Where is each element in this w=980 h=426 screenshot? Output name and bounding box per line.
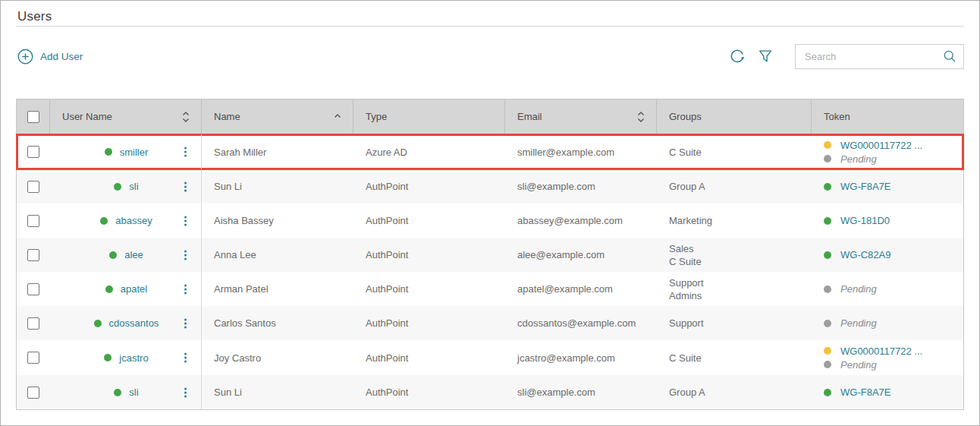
column-header-email[interactable]: Email: [505, 99, 657, 134]
table-row: alee Anna Lee AuthPoint alee@example.com…: [17, 238, 963, 272]
token-status-icon: [824, 286, 831, 293]
token-link[interactable]: WG0000117722 ...: [840, 345, 922, 358]
filter-icon[interactable]: [757, 48, 774, 65]
groups-cell: C Suite: [657, 134, 812, 169]
table-body: smiller Sarah Miller Azure AD smiller@ex…: [17, 134, 963, 409]
groups-cell: Group A: [657, 169, 812, 204]
group-label: C Suite: [669, 255, 801, 268]
row-checkbox-cell: [17, 238, 50, 272]
group-label: Support: [669, 317, 801, 330]
row-checkbox[interactable]: [27, 215, 39, 227]
search-icon[interactable]: [942, 49, 957, 64]
add-user-label: Add User: [40, 51, 83, 62]
user-status-icon: [105, 286, 113, 293]
row-checkbox[interactable]: [27, 181, 39, 193]
token-link[interactable]: WG-C82A9: [840, 248, 890, 261]
token-entry: Pending: [824, 152, 953, 166]
username-link[interactable]: sli: [129, 386, 138, 399]
row-checkbox[interactable]: [27, 249, 39, 261]
column-header-groups[interactable]: Groups: [657, 99, 812, 134]
user-status-icon: [100, 217, 108, 225]
header-checkbox-cell: [17, 99, 50, 134]
select-all-checkbox[interactable]: [27, 111, 39, 123]
row-checkbox[interactable]: [27, 352, 39, 364]
row-menu-icon[interactable]: [183, 386, 188, 399]
token-pending-label: Pending: [840, 358, 877, 371]
column-header-type[interactable]: Type: [353, 99, 505, 134]
groups-cell: Support: [657, 306, 812, 340]
group-label: C Suite: [669, 146, 801, 159]
username-link[interactable]: sli: [129, 180, 138, 193]
token-entry: WG-C82A9: [824, 248, 953, 262]
token-link[interactable]: WG-F8A7E: [840, 386, 890, 399]
username-cell: alee: [50, 238, 202, 272]
row-menu-icon[interactable]: [183, 180, 188, 193]
sort-icon[interactable]: [333, 110, 342, 123]
row-menu-icon[interactable]: [183, 214, 188, 227]
group-label: Group A: [669, 180, 801, 193]
row-menu-icon[interactable]: [183, 352, 188, 364]
username-link[interactable]: alee: [124, 248, 143, 261]
username-link[interactable]: abassey: [115, 214, 152, 227]
row-checkbox-cell: [17, 375, 50, 409]
title-divider: [16, 26, 964, 27]
type-cell: Azure AD: [353, 134, 505, 169]
sort-icon[interactable]: [181, 110, 190, 123]
row-menu-icon[interactable]: [183, 282, 188, 295]
row-checkbox[interactable]: [27, 317, 39, 330]
token-status-icon: [824, 141, 831, 149]
group-label: Sales: [669, 242, 801, 255]
sort-icon[interactable]: [636, 110, 645, 123]
token-status-icon: [824, 217, 831, 225]
type-cell: AuthPoint: [353, 169, 505, 204]
token-link[interactable]: WG0000117722 ...: [840, 139, 922, 152]
row-menu-icon[interactable]: [183, 317, 188, 330]
search-input[interactable]: [796, 45, 963, 68]
row-checkbox[interactable]: [27, 146, 39, 158]
row-checkbox[interactable]: [27, 387, 39, 399]
type-cell: AuthPoint: [353, 306, 505, 340]
column-label: Groups: [669, 111, 702, 122]
username-link[interactable]: apatel: [121, 282, 147, 295]
row-menu-icon[interactable]: [183, 248, 188, 261]
token-status-icon: [824, 183, 831, 191]
add-user-button[interactable]: Add User: [16, 49, 83, 65]
row-checkbox[interactable]: [27, 283, 39, 295]
toolbar: Add User: [16, 43, 964, 69]
column-label: Name: [214, 111, 240, 122]
username-cell: sli: [50, 375, 202, 409]
token-link[interactable]: WG-181D0: [840, 214, 890, 227]
token-cell: WG-F8A7E: [812, 169, 963, 204]
token-pending-label: Pending: [840, 282, 877, 295]
email-cell: sli@example.com: [505, 375, 657, 409]
token-status-icon: [824, 347, 831, 355]
row-checkbox-cell: [17, 306, 50, 340]
user-status-icon: [114, 183, 121, 191]
group-label: C Suite: [669, 352, 801, 364]
table-row: apatel Arman Patel AuthPoint apatel@exam…: [17, 272, 963, 306]
email-cell: cdossantos@example.com: [505, 306, 657, 340]
column-header-username[interactable]: User Name: [50, 99, 202, 134]
column-header-name[interactable]: Name: [202, 99, 353, 134]
row-menu-icon[interactable]: [183, 146, 188, 159]
table-row: abassey Aisha Bassey AuthPoint abassey@e…: [17, 204, 963, 238]
group-label: Group A: [669, 386, 801, 399]
column-header-token[interactable]: Token: [812, 99, 963, 134]
token-cell: WG0000117722 ...Pending: [812, 134, 963, 169]
username-link[interactable]: smiller: [120, 146, 149, 159]
token-entry: WG0000117722 ...: [824, 344, 953, 358]
username-cell: smiller: [50, 134, 202, 169]
type-cell: AuthPoint: [353, 272, 505, 306]
row-checkbox-cell: [17, 340, 50, 375]
username-link[interactable]: cdossantos: [109, 317, 159, 330]
token-pending-label: Pending: [840, 317, 877, 330]
token-entry: WG-F8A7E: [824, 386, 953, 399]
group-label: Marketing: [669, 214, 801, 227]
refresh-icon[interactable]: [728, 47, 746, 65]
token-link[interactable]: WG-F8A7E: [840, 180, 890, 193]
user-status-icon: [104, 354, 112, 361]
token-entry: Pending: [824, 282, 953, 296]
username-link[interactable]: jcastro: [119, 352, 148, 364]
username-cell: cdossantos: [50, 306, 202, 340]
name-cell: Anna Lee: [202, 238, 353, 272]
